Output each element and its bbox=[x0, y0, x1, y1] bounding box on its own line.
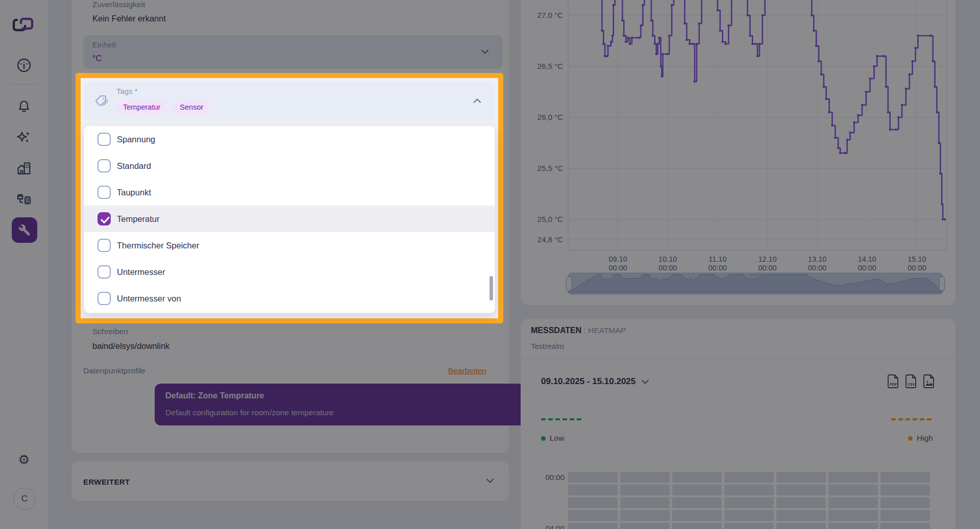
checkbox-unchecked[interactable] bbox=[97, 133, 111, 146]
dropdown-option-spannung[interactable]: Spannung bbox=[84, 126, 495, 153]
checkbox-unchecked[interactable] bbox=[97, 186, 111, 199]
dropdown-option-temperatur[interactable]: Temperatur bbox=[84, 206, 495, 232]
option-label: Thermischer Speicher bbox=[117, 241, 199, 250]
dropdown-option-thermischer-speicher[interactable]: Thermischer Speicher bbox=[84, 232, 495, 259]
tags-highlight-box: Tags * TemperaturSensor SpannungStandard… bbox=[76, 73, 503, 323]
option-label: Taupunkt bbox=[117, 188, 151, 197]
option-label: Untermesser von bbox=[117, 294, 181, 304]
checkbox-unchecked[interactable] bbox=[97, 239, 111, 252]
dropdown-option-untermesser[interactable]: Untermesser bbox=[84, 259, 495, 285]
option-label: Temperatur bbox=[117, 214, 159, 224]
chevron-up-icon bbox=[474, 98, 481, 103]
dropdown-option-untermesser-von[interactable]: Untermesser von bbox=[84, 285, 495, 312]
tags-dropdown-list: SpannungStandardTaupunktTemperaturThermi… bbox=[84, 125, 495, 313]
option-label: Spannung bbox=[117, 135, 155, 144]
tag-chip[interactable]: Temperatur bbox=[116, 100, 167, 114]
option-label: Untermesser bbox=[117, 267, 165, 277]
dropdown-scrollbar[interactable] bbox=[489, 276, 493, 300]
dropdown-option-taupunkt[interactable]: Taupunkt bbox=[84, 179, 495, 206]
checkbox-unchecked[interactable] bbox=[97, 265, 111, 279]
tags-label: Tags * bbox=[116, 87, 138, 95]
checkbox-unchecked[interactable] bbox=[97, 292, 111, 305]
tags-field[interactable]: Tags * TemperaturSensor bbox=[84, 82, 495, 120]
option-label: Standard bbox=[117, 161, 151, 171]
dropdown-option-standard[interactable]: Standard bbox=[84, 153, 495, 179]
tag-chips: TemperaturSensor bbox=[116, 100, 210, 114]
tag-chip[interactable]: Sensor bbox=[173, 100, 210, 114]
checkbox-checked[interactable] bbox=[97, 212, 111, 225]
tag-icon bbox=[94, 94, 109, 109]
checkbox-unchecked[interactable] bbox=[97, 159, 111, 172]
